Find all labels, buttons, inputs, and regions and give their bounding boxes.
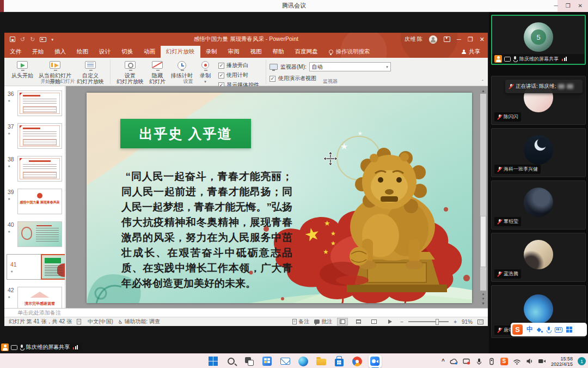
rehearse-timings-button[interactable]: 排练计时	[168, 59, 195, 80]
scroll-down-icon[interactable]: ▼	[481, 301, 485, 306]
current-slide[interactable]: ★ ★ ★ ★ ★	[87, 93, 472, 303]
zoom-slider[interactable]	[408, 321, 449, 322]
widgets-button[interactable]	[261, 355, 274, 368]
slide-thumbnail-38[interactable]: 38★	[7, 156, 64, 182]
tab-review[interactable]: 审阅	[223, 46, 245, 58]
camera-icon[interactable]	[538, 358, 546, 365]
thumbnail-preview[interactable]: 演示完毕感谢观看	[17, 287, 62, 308]
slide-canvas[interactable]: ★ ★ ★ ★ ★	[66, 86, 488, 308]
ribbon-display-options-icon[interactable]	[444, 37, 450, 42]
thumbnail-preview[interactable]	[17, 91, 62, 116]
tell-me-search[interactable]: 操作说明搜索	[323, 46, 376, 58]
tab-baidu-netdisk[interactable]: 百度网盘	[290, 46, 323, 58]
show-hidden-icons-chevron[interactable]: ^	[442, 358, 445, 364]
taskbar-clock[interactable]: 15:58 2022/4/15	[551, 356, 573, 367]
thumbnail-preview[interactable]	[17, 221, 62, 247]
language-indicator[interactable]: 中文(中国)	[88, 318, 113, 325]
start-button[interactable]	[207, 355, 220, 368]
search-button[interactable]	[225, 355, 238, 368]
participant-tile[interactable]: 覃钰莹	[491, 180, 586, 230]
sogou-tools-icon[interactable]	[537, 327, 542, 333]
wps-office-button[interactable]	[351, 355, 364, 368]
scroll-up-icon[interactable]: ▲	[481, 88, 485, 93]
share-button[interactable]: 共享	[454, 46, 488, 58]
thumbnail-preview[interactable]	[41, 254, 65, 280]
tab-animations[interactable]: 动画	[138, 46, 161, 58]
zoom-level[interactable]: 91%	[462, 319, 473, 325]
tab-home[interactable]: 开始	[27, 46, 49, 58]
tab-file[interactable]: 文件	[4, 46, 27, 58]
onedrive-cloud-icon[interactable]	[450, 358, 458, 365]
sogou-tray-icon[interactable]: S	[500, 358, 508, 365]
from-beginning-button[interactable]: 从头开始	[9, 59, 36, 80]
ppt-minimize-icon[interactable]: ─	[457, 36, 461, 43]
wifi-icon[interactable]	[513, 358, 521, 365]
scrollbar-track[interactable]	[480, 94, 486, 291]
thumbnail-preview[interactable]: 感悟中国力量 展现青春风采	[17, 189, 62, 214]
spell-check-button[interactable]	[77, 319, 83, 324]
zoom-slider-thumb[interactable]	[436, 319, 439, 325]
undo-icon[interactable]: ↺	[20, 37, 25, 43]
slide-thumbnail-42[interactable]: 42★ 演示完毕感谢观看	[7, 287, 64, 308]
slide-thumbnail-37[interactable]: 37★	[7, 123, 64, 149]
zoom-in-button[interactable]: +	[454, 319, 457, 325]
presenter-remote-icon[interactable]	[488, 358, 495, 365]
normal-view-button[interactable]	[337, 318, 348, 325]
tab-slideshow[interactable]: 幻灯片放映	[161, 46, 200, 58]
edge-button[interactable]	[297, 355, 310, 368]
participant-tile[interactable]: 海科一班李兴健	[491, 128, 586, 177]
tencent-meeting-button-active[interactable]	[369, 355, 382, 368]
next-slide-icon[interactable]: ▾	[482, 296, 485, 301]
collapse-ribbon-icon[interactable]: ˆ	[482, 79, 483, 85]
participant-tile[interactable]: 蓝浩腾	[491, 233, 586, 282]
sogou-logo-icon[interactable]: S	[512, 324, 523, 335]
restore-icon[interactable]: ❐	[566, 3, 571, 9]
mail-button[interactable]	[279, 355, 292, 368]
task-view-button[interactable]	[243, 355, 256, 368]
vertical-scrollbar[interactable]: ▲ ▴ ▾ ▼	[480, 88, 487, 306]
slide-thumbnail-39[interactable]: 39★ 感悟中国力量 展现青春风采	[7, 189, 64, 214]
speaker-icon[interactable]	[526, 358, 533, 365]
account-name[interactable]: 庆维 陈	[405, 35, 422, 43]
tab-record[interactable]: 录制	[200, 46, 223, 58]
notification-badge[interactable]: 1	[578, 357, 586, 365]
redo-icon[interactable]: ↻	[30, 37, 35, 43]
thumbnail-preview[interactable]	[17, 123, 62, 149]
soft-keyboard-icon[interactable]	[555, 327, 562, 333]
play-narrations-checkbox[interactable]: ✓ 播放旁白	[218, 62, 259, 69]
file-explorer-button[interactable]	[315, 355, 328, 368]
close-icon[interactable]: ✕	[578, 3, 583, 9]
save-icon[interactable]	[10, 37, 15, 42]
comments-toggle[interactable]: 批注	[314, 318, 332, 325]
microsoft-store-button[interactable]	[333, 355, 346, 368]
previous-slide-icon[interactable]: ▴	[482, 291, 485, 296]
monitor-select[interactable]: 自动 ▾	[309, 62, 391, 71]
screen-recording-icon[interactable]	[463, 358, 470, 365]
scrollbar-thumb[interactable]	[480, 216, 486, 267]
slide-title-box[interactable]: 出乎史 入乎道	[120, 119, 251, 148]
voice-input-icon[interactable]	[546, 327, 551, 333]
reading-view-button[interactable]	[369, 318, 379, 325]
slide-sorter-view-button[interactable]	[353, 318, 364, 325]
accessibility-button[interactable]: ♿ 辅助功能: 调查	[118, 318, 160, 325]
account-avatar[interactable]	[429, 35, 437, 44]
notes-toggle[interactable]: 备注	[292, 318, 309, 325]
slide-thumbnail-40[interactable]: 40★	[7, 221, 64, 247]
minimize-icon[interactable]: ─	[554, 3, 558, 9]
notes-area[interactable]: 单击此处添加备注	[4, 308, 488, 317]
tab-view[interactable]: 视图	[245, 46, 267, 58]
tab-help[interactable]: 帮助	[267, 46, 290, 58]
tab-design[interactable]: 设计	[94, 46, 116, 58]
slide-thumbnail-36[interactable]: 36★	[7, 91, 64, 116]
input-menu-icon[interactable]	[566, 327, 572, 333]
tab-insert[interactable]: 插入	[49, 46, 71, 58]
chinese-mode-icon[interactable]: 中	[526, 325, 533, 334]
microphone-tray-icon[interactable]	[475, 358, 483, 365]
slide-thumbnail-41-selected[interactable]: 41★	[7, 254, 65, 280]
slide-thumbnail-panel[interactable]: 36★ 37★ 38★ 39★ 感悟中国力量 展现青春风采	[4, 86, 65, 308]
thumbnail-preview[interactable]	[17, 156, 62, 182]
slide-body-text[interactable]: “同人民一起奋斗，青春才能亮丽；同人民一起前进，青春才能昂扬；同人民一起梦想，青…	[121, 169, 292, 291]
zoom-out-button[interactable]: −	[400, 319, 403, 325]
customize-qat-icon[interactable]: ▾	[51, 38, 53, 41]
participant-tile-screen-share[interactable]: 5 陈庆维的屏幕共享	[491, 15, 586, 65]
